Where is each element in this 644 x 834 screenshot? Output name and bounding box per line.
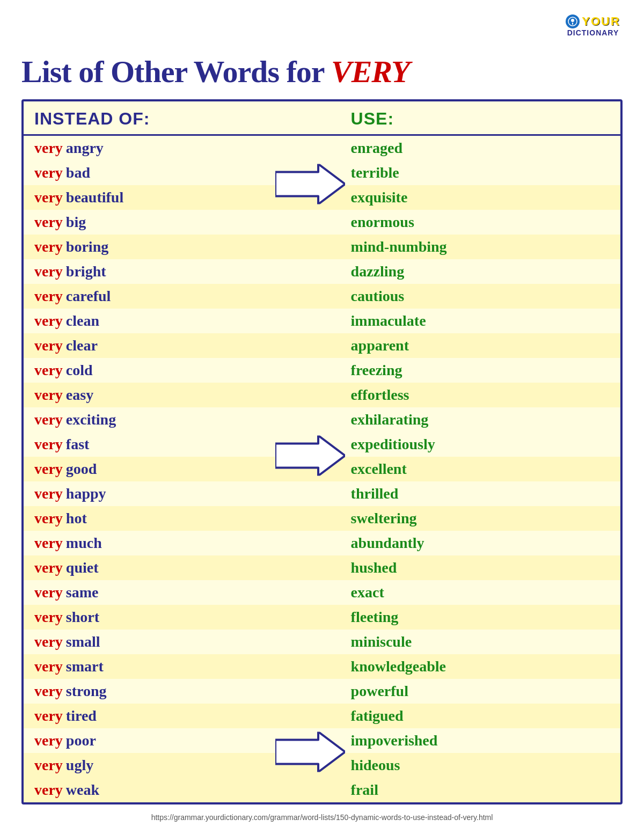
adjective-word: careful [66,288,111,305]
very-label: very [34,189,63,206]
adjective-word: small [66,633,100,650]
table-row: veryboring mind-numbing [24,235,620,259]
logo-your-text: YOUR [582,16,620,27]
table-row: veryhot sweltering [24,506,620,531]
very-label: very [34,559,63,576]
adjective-word: strong [66,683,107,700]
adjective-word: weak [66,781,99,799]
very-label: very [34,164,63,181]
instead-cell: very angry [34,140,351,157]
use-cell: immaculate [351,312,610,330]
adjective-word: clean [66,312,99,330]
instead-cell: verysame [34,584,351,601]
instead-cell: verybright [34,263,351,280]
adjective-word: angry [66,140,104,157]
table-row: verycold freezing [24,358,620,383]
svg-point-1 [571,19,574,22]
title-prefix: List of Other Words for [21,54,331,89]
very-label: very [34,263,63,280]
use-cell: hushed [351,559,610,576]
instead-cell: verycareful [34,288,351,305]
very-label: very [34,386,63,404]
header-instead: INSTEAD OF: [34,109,351,129]
instead-cell: veryboring [34,238,351,255]
very-label: very [34,362,63,379]
adjective-word: bright [66,263,106,280]
arrow-icon-1 [275,164,345,207]
use-cell: powerful [351,683,610,700]
very-label: very [34,584,63,601]
footer-url: https://grammar.yourdictionary.com/gramm… [21,813,623,822]
instead-cell: verymuch [34,535,351,552]
use-cell: expeditiously [351,436,610,453]
adjective-word: clear [66,337,98,354]
logo: YOUR DICTIONARY [564,10,623,42]
use-cell: effortless [351,386,610,404]
instead-cell: veryeasy [34,386,351,404]
very-label: very [34,436,63,453]
adjective-word: cold [66,362,93,379]
use-cell: knowledgeable [351,658,610,675]
arrow-group-1: very bad terrible very beautiful exquisi… [24,160,620,210]
adjective-word: happy [66,485,106,502]
use-cell: enraged [351,140,610,157]
instead-cell: verysmall [34,633,351,650]
use-cell: exquisite [351,189,610,206]
table-row: verycareful cautious [24,284,620,309]
use-cell: exhilarating [351,411,610,428]
use-cell: fleeting [351,609,610,626]
very-label: very [34,658,63,675]
adjective-word: poor [66,732,96,749]
logo-circle-icon [566,14,580,28]
use-cell: apparent [351,337,610,354]
instead-cell: veryquiet [34,559,351,576]
very-label: very [34,633,63,650]
table-row: verysmall miniscule [24,630,620,654]
table-row: veryclean immaculate [24,309,620,333]
very-label: very [34,510,63,527]
adjective-word: boring [66,238,108,255]
very-label: very [34,411,63,428]
svg-rect-2 [572,23,573,25]
adjective-word: beautiful [66,189,123,206]
table-header: INSTEAD OF: USE: [24,101,620,136]
table-row: veryquiet hushed [24,555,620,580]
table-row: verysame exact [24,580,620,605]
very-label: very [34,609,63,626]
instead-cell: veryshort [34,609,351,626]
very-label: very [34,312,63,330]
use-cell: mind-numbing [351,238,610,255]
table-row: verybright dazzling [24,259,620,284]
arrow-group-3: verypoor impoverished veryugly hideous [24,728,620,778]
adjective-word: bad [66,164,90,181]
very-label: very [34,757,63,774]
adjective-word: good [66,460,97,478]
svg-marker-5 [275,732,345,772]
header-use: USE: [351,109,610,129]
table-row: verytired fatigued [24,704,620,728]
instead-cell: verycold [34,362,351,379]
very-label: very [34,214,63,231]
adjective-word: exciting [66,411,116,428]
table-row: veryhappy thrilled [24,481,620,506]
arrow-icon-2 [275,436,345,478]
instead-cell: verysmart [34,658,351,675]
use-cell: enormous [351,214,610,231]
adjective-word: same [66,584,99,601]
use-cell: freezing [351,362,610,379]
adjective-word: easy [66,386,93,404]
very-label: very [34,732,63,749]
very-label: very [34,140,63,157]
adjective-word: tired [66,707,97,725]
use-cell: exact [351,584,610,601]
use-cell: thrilled [351,485,610,502]
very-label: very [34,781,63,799]
instead-cell: verytired [34,707,351,725]
table-row: verymuch abundantly [24,531,620,555]
very-label: very [34,238,63,255]
adjective-word: much [66,535,102,552]
instead-cell: veryhappy [34,485,351,502]
table-row: veryeasy effortless [24,383,620,407]
table-row: verysmart knowledgeable [24,654,620,679]
adjective-word: big [66,214,86,231]
